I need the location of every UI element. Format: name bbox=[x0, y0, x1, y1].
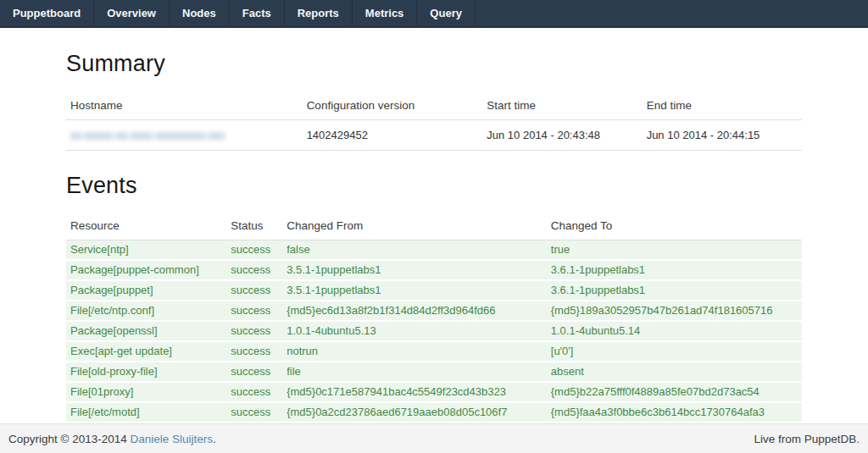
event-resource: Package[openssl] bbox=[66, 321, 226, 341]
event-row: File[/etc/motd]success{md5}0a2cd23786aed… bbox=[66, 402, 802, 423]
event-resource: Service[ntp] bbox=[66, 240, 226, 261]
event-row: File[/etc/ntp.conf]success{md5}ec6d13a8f… bbox=[66, 301, 802, 321]
event-status: success bbox=[226, 341, 282, 362]
event-status: success bbox=[226, 382, 282, 402]
event-resource: File[old-proxy-file] bbox=[66, 362, 226, 382]
event-status: success bbox=[226, 280, 282, 301]
summary-start-time-value: Jun 10 2014 - 20:43:48 bbox=[482, 120, 642, 151]
events-col-changed-to: Changed To bbox=[547, 214, 802, 240]
event-resource: File[01proxy] bbox=[66, 382, 226, 402]
event-row: Package[openssl]success1.0.1-4ubuntu5.13… bbox=[66, 321, 802, 341]
nav-item-reports[interactable]: Reports bbox=[285, 0, 353, 26]
event-changed-to: {md5}b22a75fff0f4889a85fe07bd2d73ac54 bbox=[547, 382, 802, 402]
summary-heading: Summary bbox=[66, 51, 802, 77]
events-col-resource: Resource bbox=[66, 214, 226, 240]
event-status: success bbox=[226, 260, 282, 280]
event-changed-to: {md5}189a3052957b47b261ad74f181605716 bbox=[547, 301, 802, 321]
event-changed-to: 1.0.1-4ubuntu5.14 bbox=[547, 321, 802, 341]
event-status: success bbox=[226, 240, 282, 261]
summary-table: Hostname Configuration version Start tim… bbox=[66, 94, 802, 151]
event-changed-from: file bbox=[282, 362, 547, 382]
event-changed-from: notrun bbox=[282, 341, 547, 362]
live-status-text: Live from PuppetDB. bbox=[754, 433, 860, 445]
copyright-prefix: Copyright © 2013-2014 bbox=[8, 433, 131, 445]
event-resource: File[/etc/motd] bbox=[66, 402, 226, 423]
event-changed-from: 1.0.1-4ubuntu5.13 bbox=[282, 321, 547, 341]
navbar-brand[interactable]: Puppetboard bbox=[0, 0, 94, 26]
event-changed-to: absent bbox=[547, 362, 802, 382]
event-resource: Package[puppet] bbox=[66, 280, 226, 301]
event-changed-to: true bbox=[547, 240, 802, 261]
event-row: Exec[apt-get update]successnotrun[u'0'] bbox=[66, 341, 802, 362]
summary-config-version-value: 1402429452 bbox=[303, 120, 483, 151]
nav-item-query[interactable]: Query bbox=[417, 0, 476, 26]
event-changed-from: false bbox=[282, 240, 547, 261]
copyright-suffix: . bbox=[213, 433, 216, 445]
event-resource: Package[puppet-common] bbox=[66, 260, 226, 280]
event-status: success bbox=[226, 321, 282, 341]
summary-end-time-value: Jun 10 2014 - 20:44:15 bbox=[643, 120, 802, 151]
events-col-status: Status bbox=[226, 214, 282, 240]
summary-header-row: Hostname Configuration version Start tim… bbox=[66, 94, 802, 120]
event-changed-from: 3.5.1-1puppetlabs1 bbox=[282, 260, 547, 280]
page-footer: Copyright © 2013-2014 Daniele Sluijters.… bbox=[0, 423, 868, 453]
summary-col-start-time: Start time bbox=[482, 94, 642, 120]
events-table: Resource Status Changed From Changed To … bbox=[66, 214, 802, 423]
event-changed-to: [u'0'] bbox=[547, 341, 802, 362]
event-changed-from: {md5}0c171e587941bac4c5549f23cd43b323 bbox=[282, 382, 547, 402]
summary-col-hostname: Hostname bbox=[66, 94, 303, 120]
hostname-link-redacted[interactable]: xx-xxxxx-xx.xxxx.xxxxxxxxx.xxx bbox=[70, 129, 225, 141]
author-link[interactable]: Daniele Sluijters bbox=[131, 433, 214, 445]
event-changed-from: {md5}0a2cd23786aed6719aaeb08d05c106f7 bbox=[282, 402, 547, 423]
summary-col-end-time: End time bbox=[643, 94, 802, 120]
summary-row: xx-xxxxx-xx.xxxx.xxxxxxxxx.xxx 140242945… bbox=[66, 120, 802, 151]
event-row: Service[ntp]successfalsetrue bbox=[66, 240, 802, 261]
nav-item-metrics[interactable]: Metrics bbox=[353, 0, 418, 26]
events-header-row: Resource Status Changed From Changed To bbox=[66, 214, 802, 240]
event-status: success bbox=[226, 362, 282, 382]
event-changed-from: 3.5.1-1puppetlabs1 bbox=[282, 280, 547, 301]
main-content: Summary Hostname Configuration version S… bbox=[66, 28, 802, 423]
event-changed-from: {md5}ec6d13a8f2b1f314d84d2ff3d964fd66 bbox=[282, 301, 547, 321]
event-row: File[old-proxy-file]successfileabsent bbox=[66, 362, 802, 382]
event-resource: Exec[apt-get update] bbox=[66, 341, 226, 362]
event-row: Package[puppet-common]success3.5.1-1pupp… bbox=[66, 260, 802, 280]
nav-item-facts[interactable]: Facts bbox=[230, 0, 285, 26]
summary-hostname-cell: xx-xxxxx-xx.xxxx.xxxxxxxxx.xxx bbox=[66, 120, 303, 151]
copyright-text: Copyright © 2013-2014 Daniele Sluijters. bbox=[8, 433, 216, 445]
event-changed-to: {md5}faa4a3f0bbe6c3b614bcc1730764afa3 bbox=[547, 402, 802, 423]
top-navbar: Puppetboard Overview Nodes Facts Reports… bbox=[0, 0, 868, 28]
event-row: Package[puppet]success3.5.1-1puppetlabs1… bbox=[66, 280, 802, 301]
events-col-changed-from: Changed From bbox=[282, 214, 547, 240]
nav-item-overview[interactable]: Overview bbox=[94, 0, 170, 26]
summary-col-config-version: Configuration version bbox=[303, 94, 483, 120]
events-heading: Events bbox=[66, 173, 802, 199]
event-changed-to: 3.6.1-1puppetlabs1 bbox=[547, 260, 802, 280]
event-row: File[01proxy]success{md5}0c171e587941bac… bbox=[66, 382, 802, 402]
nav-item-nodes[interactable]: Nodes bbox=[170, 0, 230, 26]
event-changed-to: 3.6.1-1puppetlabs1 bbox=[547, 280, 802, 301]
event-resource: File[/etc/ntp.conf] bbox=[66, 301, 226, 321]
event-status: success bbox=[226, 402, 282, 423]
event-status: success bbox=[226, 301, 282, 321]
events-table-body: Service[ntp]successfalsetruePackage[pupp… bbox=[66, 240, 802, 423]
